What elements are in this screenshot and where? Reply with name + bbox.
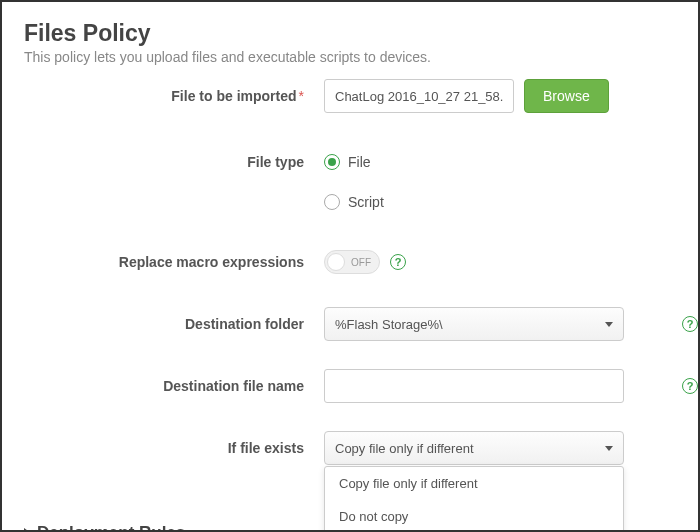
toggle-knob (327, 253, 345, 271)
page-title: Files Policy (24, 20, 670, 47)
toggle-replace-macro[interactable]: OFF (324, 250, 380, 274)
toggle-state-label: OFF (351, 257, 371, 268)
label-file-import: File to be imported* (24, 88, 324, 104)
label-if-exists: If file exists (24, 440, 324, 456)
files-policy-panel: Files Policy This policy lets you upload… (0, 0, 700, 532)
row-file-type-script: Script (24, 185, 670, 219)
disclosure-triangle-icon (24, 528, 31, 532)
dropdown-dest-folder[interactable]: %Flash Storage%\ (324, 307, 624, 341)
dest-filename-input[interactable] (324, 369, 624, 403)
radio-file-label: File (348, 154, 371, 170)
browse-button[interactable]: Browse (524, 79, 609, 113)
dropdown-if-exists-menu: Copy file only if different Do not copy (324, 466, 624, 532)
label-dest-folder: Destination folder (24, 316, 324, 332)
chevron-down-icon (605, 322, 613, 327)
radio-file-indicator (324, 154, 340, 170)
row-file-import: File to be imported* Browse (24, 79, 670, 113)
label-file-type: File type (24, 154, 324, 170)
label-dest-filename: Destination file name (24, 378, 324, 394)
row-replace-macro: Replace macro expressions OFF ? (24, 245, 670, 279)
row-file-type: File type File (24, 145, 670, 179)
dropdown-dest-folder-value: %Flash Storage%\ (335, 317, 443, 332)
radio-file[interactable]: File (324, 154, 371, 170)
dropdown-option-do-not-copy[interactable]: Do not copy (325, 500, 623, 532)
radio-script-indicator (324, 194, 340, 210)
help-icon[interactable]: ? (682, 378, 698, 394)
row-if-exists: If file exists Copy file only if differe… (24, 431, 670, 465)
dropdown-option-copy-if-different[interactable]: Copy file only if different (325, 467, 623, 500)
row-dest-folder: Destination folder %Flash Storage%\ ? (24, 307, 670, 341)
required-asterisk: * (299, 88, 304, 104)
help-icon[interactable]: ? (682, 316, 698, 332)
dropdown-if-exists[interactable]: Copy file only if different (324, 431, 624, 465)
file-import-input[interactable] (324, 79, 514, 113)
section-deployment-rules-label: Deployment Rules (37, 523, 185, 532)
chevron-down-icon (605, 446, 613, 451)
row-dest-filename: Destination file name ? (24, 369, 670, 403)
page-subtitle: This policy lets you upload files and ex… (24, 49, 670, 65)
label-replace-macro: Replace macro expressions (24, 254, 324, 270)
dropdown-if-exists-value: Copy file only if different (335, 441, 474, 456)
radio-script[interactable]: Script (324, 194, 384, 210)
radio-script-label: Script (348, 194, 384, 210)
help-icon[interactable]: ? (390, 254, 406, 270)
